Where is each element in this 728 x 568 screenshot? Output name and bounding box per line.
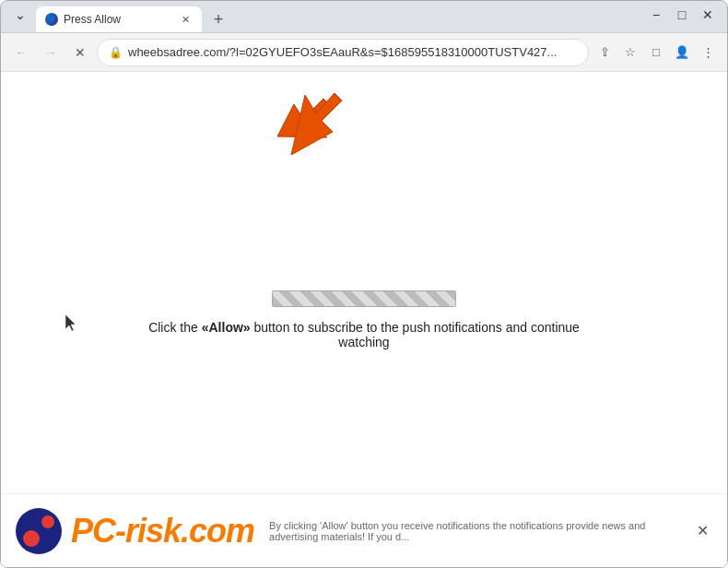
arrow-graphic <box>268 86 342 160</box>
tab-favicon-icon <box>45 13 58 26</box>
watermark-close-button[interactable]: ✕ <box>693 518 712 543</box>
tab-area: Press Allow ✕ + <box>36 1 644 32</box>
extension-icon[interactable]: □ <box>644 41 668 65</box>
watermark-banner: PC-risk.com By clicking 'Allow' button y… <box>1 493 727 567</box>
logo-pc: PC- <box>71 512 125 550</box>
arrow-container <box>268 86 342 163</box>
address-bar-box[interactable]: 🔒 wheebsadree.com/?l=02GYUEFO3sEAauR&s=$… <box>97 39 589 66</box>
page-content: Click the «Allow» button to subscribe to… <box>1 72 727 567</box>
logo-icon <box>16 508 62 554</box>
tab-title: Press Allow <box>64 13 172 26</box>
watermark-description: By clicking 'Allow' button you receive n… <box>269 520 678 542</box>
menu-icon[interactable]: ⋮ <box>696 41 720 65</box>
address-actions: ⇪ ☆ □ 👤 ⋮ <box>593 41 720 65</box>
back-button[interactable]: ← <box>8 40 34 65</box>
lock-icon: 🔒 <box>109 46 123 59</box>
bookmark-icon[interactable]: ☆ <box>618 41 642 65</box>
browser-window: ⌄ Press Allow ✕ + − □ ✕ ← → ✕ 🔒 wheebsad… <box>0 0 728 568</box>
restore-button[interactable]: □ <box>670 3 694 27</box>
logo-text: PC-risk.com <box>71 515 254 548</box>
share-icon[interactable]: ⇪ <box>593 41 616 65</box>
tab-close-button[interactable]: ✕ <box>178 12 193 27</box>
new-tab-button[interactable]: + <box>205 6 231 32</box>
center-content: Click the «Allow» button to subscribe to… <box>134 290 594 349</box>
chevron-down-icon[interactable]: ⌄ <box>8 3 32 27</box>
close-button[interactable]: ✕ <box>696 3 720 27</box>
watermark-logo: PC-risk.com <box>16 508 254 554</box>
tab-manage: ⌄ <box>8 3 32 30</box>
reload-button[interactable]: ✕ <box>67 40 93 65</box>
logo-tld: .com <box>181 512 254 550</box>
svg-marker-2 <box>291 93 342 155</box>
logo-risk: risk <box>125 512 181 550</box>
titlebar: ⌄ Press Allow ✕ + − □ ✕ <box>1 1 727 33</box>
url-text: wheebsadree.com/?l=02GYUEFO3sEAauR&s=$16… <box>128 45 577 59</box>
forward-button[interactable]: → <box>38 40 64 65</box>
mouse-cursor <box>65 314 78 331</box>
cursor-icon <box>65 314 78 331</box>
minimize-button[interactable]: − <box>644 3 668 27</box>
profile-icon[interactable]: 👤 <box>670 41 694 65</box>
window-controls: − □ ✕ <box>644 3 720 30</box>
addressbar: ← → ✕ 🔒 wheebsadree.com/?l=02GYUEFO3sEAa… <box>1 33 727 72</box>
active-tab[interactable]: Press Allow ✕ <box>36 6 202 32</box>
progress-bar <box>272 290 456 307</box>
page-instruction-text: Click the «Allow» button to subscribe to… <box>134 320 594 349</box>
